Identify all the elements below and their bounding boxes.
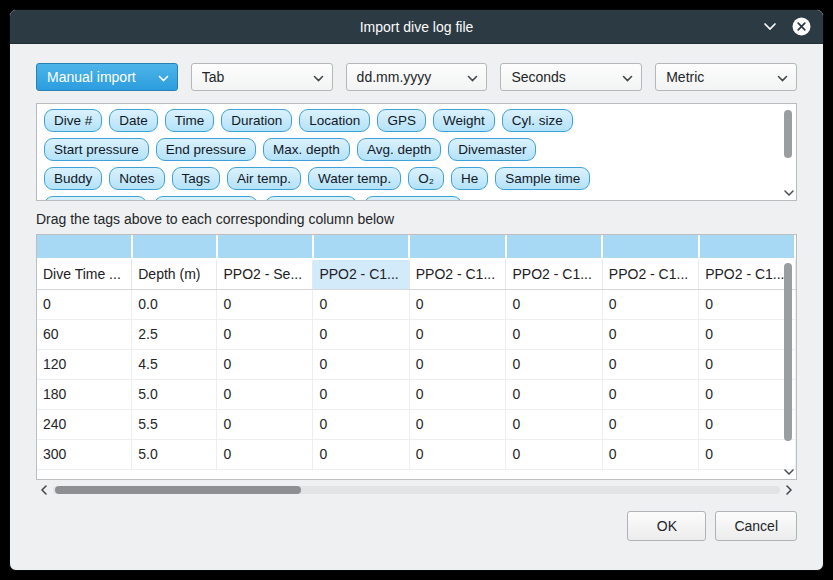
table-cell: 0 [409,349,506,379]
column-tag[interactable]: Sample temp. [154,196,257,201]
table-cell: 0 [409,379,506,409]
column-tag[interactable]: Sample CNS [364,196,462,201]
scrollbar-thumb[interactable] [784,110,792,158]
column-tag[interactable]: Dive # [44,109,102,132]
close-icon[interactable] [792,17,811,36]
table-cell: 0 [699,409,795,439]
column-tag[interactable]: Time [165,109,215,132]
column-tag[interactable]: Buddy [44,167,102,190]
duration-format-value: Seconds [511,69,622,85]
import-mode-select[interactable]: Manual import [36,63,178,91]
table-cell: 5.0 [132,439,217,469]
table-cell: 0 [506,319,602,349]
column-drop-target[interactable] [602,235,698,259]
column-tag[interactable]: Location [299,109,370,132]
scroll-down-arrow-icon[interactable] [782,465,795,478]
table-cell: 0 [313,349,409,379]
table-cell: 0 [506,289,602,319]
column-tag[interactable]: Duration [221,109,292,132]
field-separator-select[interactable]: Tab [191,63,333,91]
table-cell: 0 [313,289,409,319]
column-tag[interactable]: Max. depth [263,138,350,161]
column-drop-target[interactable] [37,235,132,259]
table-cell: 0 [602,319,698,349]
table-cell: 0 [506,409,602,439]
table-cell: 4.5 [132,349,217,379]
tag-row: Dive #DateTimeDurationLocationGPSWeightC… [44,109,774,132]
column-drop-target[interactable] [132,235,217,259]
column-tag[interactable]: Avg. depth [357,138,441,161]
table-cell: 2.5 [132,319,217,349]
column-drop-target[interactable] [409,235,506,259]
table-cell: 0 [217,349,313,379]
duration-format-select[interactable]: Seconds [500,63,642,91]
tag-palette-scrollbar[interactable] [782,106,795,199]
column-tag[interactable]: Divemaster [448,138,536,161]
date-format-value: dd.mm.yyyy [357,69,468,85]
column-tag[interactable]: Start pressure [44,138,149,161]
column-tag[interactable]: GPS [377,109,426,132]
chevron-down-icon [158,69,169,85]
table-cell: 180 [37,379,132,409]
tag-row: Sample depthSample temp.Sample pO₂Sample… [44,196,774,201]
scroll-right-arrow-icon[interactable] [782,483,796,497]
dialog-buttons: OK Cancel [36,511,797,541]
column-tag[interactable]: Sample pO₂ [265,196,358,201]
units-value: Metric [666,69,777,85]
scrollbar-track[interactable] [53,486,780,494]
dialog-content: Manual import Tab dd.mm.yyyy Seconds Met… [10,44,823,571]
column-drop-target[interactable] [217,235,313,259]
scrollbar-thumb[interactable] [784,263,792,441]
table-cell: 0 [313,379,409,409]
column-tag[interactable]: Weight [433,109,495,132]
table-cell: 300 [37,439,132,469]
column-header[interactable]: PPO2 - Se... [217,259,313,289]
column-tag[interactable]: Sample time [495,167,590,190]
column-header[interactable]: PPO2 - C1... [699,259,795,289]
column-header[interactable]: PPO2 - C1... [602,259,698,289]
column-tag[interactable]: Date [109,109,158,132]
table-cell: 0 [699,349,795,379]
column-tag[interactable]: Notes [109,167,164,190]
chevron-down-icon [313,69,324,85]
table-row: 2405.5000000 [37,409,795,439]
table-cell: 0 [409,319,506,349]
cancel-button[interactable]: Cancel [715,511,797,541]
scroll-down-arrow-icon[interactable] [782,186,795,199]
table-cell: 0 [506,349,602,379]
column-tag[interactable]: O₂ [408,167,444,190]
import-dialog-window: Import dive log file Manual import Tab d… [9,9,824,571]
column-tag[interactable]: Water temp. [308,167,401,190]
column-drop-target[interactable] [506,235,602,259]
column-drop-target[interactable] [699,235,795,259]
scroll-left-arrow-icon[interactable] [37,483,51,497]
date-format-select[interactable]: dd.mm.yyyy [346,63,488,91]
chevron-down-icon [467,69,478,85]
horizontal-scrollbar[interactable] [36,483,797,497]
column-tag[interactable]: Air temp. [227,167,301,190]
table-cell: 0 [602,289,698,319]
column-header[interactable]: Dive Time ... [37,259,132,289]
units-select[interactable]: Metric [655,63,797,91]
column-tag[interactable]: Cyl. size [502,109,573,132]
import-mode-value: Manual import [47,69,158,85]
table-cell: 240 [37,409,132,439]
table-cell: 0 [409,439,506,469]
titlebar[interactable]: Import dive log file [10,10,823,44]
column-header[interactable]: PPO2 - C1... [409,259,506,289]
column-tag[interactable]: End pressure [156,138,256,161]
scrollbar-thumb[interactable] [55,486,301,494]
table-cell: 0 [217,289,313,319]
column-drop-target[interactable] [313,235,409,259]
column-tag[interactable]: He [451,167,488,190]
column-tag[interactable]: Tags [172,167,221,190]
column-tag[interactable]: Sample depth [44,196,147,201]
column-header[interactable]: PPO2 - C1... [313,259,409,289]
chevron-down-icon[interactable] [763,22,777,31]
table-cell: 0 [217,409,313,439]
ok-button[interactable]: OK [627,511,706,541]
column-header[interactable]: Depth (m) [132,259,217,289]
table-scrollbar[interactable] [782,261,795,478]
table-row: 3005.0000000 [37,439,795,469]
column-header[interactable]: PPO2 - C1... [506,259,602,289]
